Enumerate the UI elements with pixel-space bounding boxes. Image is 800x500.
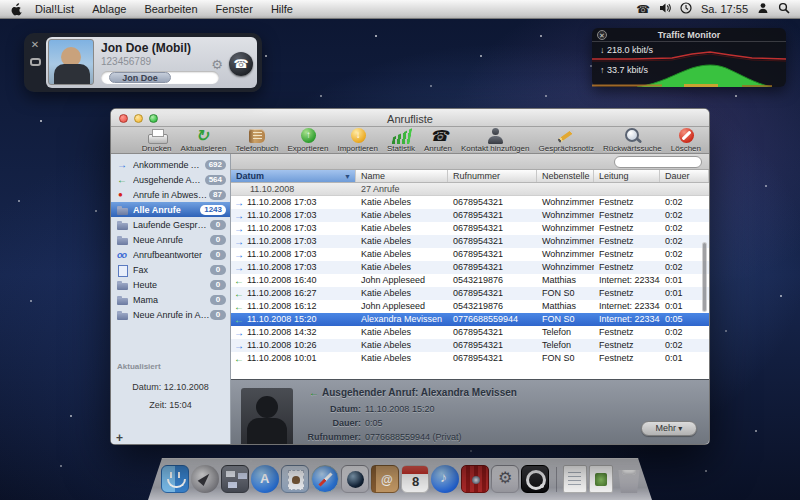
ical-dock-icon[interactable]	[401, 465, 429, 493]
window-titlebar[interactable]: Anrufliste	[111, 109, 709, 127]
phone-status-icon[interactable]: ☎	[636, 0, 650, 19]
facetime-dock-icon[interactable]	[341, 465, 369, 493]
menu-bar-clock[interactable]: Sa. 17:55	[701, 3, 748, 15]
delete-icon	[675, 128, 697, 144]
table-row[interactable]: 11.10.2008 16:12 John Appleseed 05432198…	[231, 300, 709, 313]
table-row[interactable]: 11.10.2008 17:03 Katie Abeles 0678954321…	[231, 196, 709, 209]
slider-thumb[interactable]: Jon Doe	[109, 72, 171, 83]
sidebar-item[interactable]: Neue Anrufe in Abwese... 0	[111, 307, 230, 322]
sidebar-item[interactable]: Anrufe in Abwesenheit 87	[111, 187, 230, 202]
sidebar-item[interactable]: Anrufbeantworter 0	[111, 247, 230, 262]
spotlight-icon[interactable]	[778, 2, 790, 16]
apple-menu-icon[interactable]	[10, 2, 23, 16]
call-line: Festnetz	[594, 339, 660, 352]
sidebar-item[interactable]: Heute 0	[111, 277, 230, 292]
trash-dock-icon[interactable]	[615, 465, 643, 493]
reverse-search-toolbar-button[interactable]: Rückwärtssuche	[603, 127, 662, 153]
mail-dock-icon[interactable]	[281, 465, 309, 493]
table-row[interactable]: 11.10.2008 17:03 Katie Abeles 0678954321…	[231, 222, 709, 235]
table-row[interactable]: 11.10.2008 17:03 Katie Abeles 0678954321…	[231, 209, 709, 222]
column-header[interactable]: Rufnummer	[448, 170, 537, 182]
delete-toolbar-button[interactable]: Löschen	[671, 127, 701, 153]
itunes-dock-icon[interactable]	[431, 465, 459, 493]
table-row[interactable]: 11.10.2008 10:01 Katie Abeles 0678954321…	[231, 352, 709, 365]
group-count: 27 Anrufe	[356, 183, 400, 195]
column-header[interactable]: Name	[356, 170, 448, 182]
export-toolbar-button[interactable]: Exportieren	[288, 127, 329, 153]
call-number: 0678954321	[448, 287, 537, 300]
table-row[interactable]: 11.10.2008 17:03 Katie Abeles 0678954321…	[231, 235, 709, 248]
note-toolbar-button[interactable]: Gesprächsnotiz	[538, 127, 594, 153]
menu-item[interactable]: Hilfe	[271, 3, 293, 15]
call-button[interactable]: ☎	[229, 52, 253, 76]
close-icon[interactable]: ✕	[597, 30, 607, 40]
launchpad-dock-icon[interactable]	[191, 465, 219, 493]
finder-dock-icon[interactable]	[161, 465, 189, 493]
search-input[interactable]	[614, 156, 702, 168]
volume-icon[interactable]	[659, 2, 671, 16]
table-row[interactable]: 11.10.2008 16:40 John Appleseed 05432198…	[231, 274, 709, 287]
sidebar-item[interactable]: Fax 0	[111, 262, 230, 277]
call-toolbar-button[interactable]: Anrufen	[424, 127, 452, 153]
call-datetime: 11.10.2008 16:12	[247, 300, 316, 313]
clock-icon[interactable]	[680, 2, 692, 16]
call-name: Katie Abeles	[356, 261, 448, 274]
column-header[interactable]: Leitung	[594, 170, 660, 182]
phonebook-toolbar-button[interactable]: Telefonbuch	[235, 127, 278, 153]
reverse-search-icon	[621, 128, 643, 144]
app-store-dock-icon[interactable]	[251, 465, 279, 493]
close-icon[interactable]: ✕	[31, 40, 39, 50]
address-book-dock-icon[interactable]	[371, 465, 399, 493]
refresh-toolbar-button[interactable]: Aktualisieren	[181, 127, 227, 153]
scrollbar-thumb[interactable]	[702, 242, 707, 312]
table-row[interactable]: 11.10.2008 10:26 Katie Abeles 0678954321…	[231, 339, 709, 352]
gear-icon[interactable]: ⚙	[211, 57, 223, 72]
more-button[interactable]: Mehr	[641, 421, 697, 436]
table-row[interactable]: 11.10.2008 16:27 Katie Abeles 0678954321…	[231, 287, 709, 300]
photo-booth-dock-icon[interactable]	[461, 465, 489, 493]
display-mode-icon[interactable]	[30, 58, 41, 66]
table-row[interactable]: 11.10.2008 15:20 Alexandra Mevissen 0776…	[231, 313, 709, 326]
table-row[interactable]: 11.10.2008 17:03 Katie Abeles 0678954321…	[231, 261, 709, 274]
minimize-window-button[interactable]	[134, 114, 143, 123]
menu-item[interactable]: Dial!List	[35, 3, 74, 15]
column-header[interactable]: Nebenstelle	[537, 170, 594, 182]
separator-dock-icon[interactable]	[551, 465, 561, 493]
detail-field-label: Datum:	[231, 402, 361, 416]
sidebar-item[interactable]: Ankommende Anrufe 692	[111, 157, 230, 172]
menu-item[interactable]: Ablage	[92, 3, 126, 15]
menu-item[interactable]: Fenster	[216, 3, 253, 15]
sidebar-item[interactable]: Neue Anrufe 0	[111, 232, 230, 247]
safari-dock-icon[interactable]	[311, 465, 339, 493]
group-row[interactable]: 11.10.2008 27 Anrufe	[231, 183, 709, 196]
call-extension: Wohnzimmer	[537, 261, 594, 274]
import-toolbar-button[interactable]: Importieren	[337, 127, 377, 153]
stats-toolbar-button[interactable]: Statistik	[387, 127, 415, 153]
column-header[interactable]: Datum	[231, 170, 356, 182]
call-duration: 0:02	[660, 339, 709, 352]
add-list-button[interactable]: +	[116, 431, 123, 445]
sidebar-item[interactable]: Alle Anrufe 1243	[111, 202, 230, 217]
zoom-window-button[interactable]	[149, 114, 158, 123]
table-row[interactable]: 11.10.2008 14:32 Katie Abeles 0678954321…	[231, 326, 709, 339]
call-number: 0678954321	[448, 196, 537, 209]
sidebar-item[interactable]: Laufende Gespräche 0	[111, 217, 230, 232]
diallist-dock-icon[interactable]	[521, 465, 549, 493]
column-header[interactable]: Dauer	[660, 170, 709, 182]
system-preferences-dock-icon[interactable]	[491, 465, 519, 493]
add-contact-toolbar-button[interactable]: Kontakt hinzufügen	[461, 127, 530, 153]
count-badge: 87	[209, 190, 226, 200]
close-window-button[interactable]	[119, 114, 128, 123]
contact-slider[interactable]: Jon Doe	[101, 71, 219, 84]
document-green-dock-icon[interactable]	[589, 465, 613, 493]
user-menu-icon[interactable]	[757, 2, 769, 16]
sidebar-item[interactable]: Mama 0	[111, 292, 230, 307]
call-datetime: 11.10.2008 16:40	[247, 274, 316, 287]
sidebar-item[interactable]: Ausgehende Anrufe 564	[111, 172, 230, 187]
print-toolbar-button[interactable]: Drucken	[142, 127, 172, 153]
document-text-dock-icon[interactable]	[563, 465, 587, 493]
menu-item[interactable]: Bearbeiten	[144, 3, 197, 15]
table-row[interactable]: 11.10.2008 17:03 Katie Abeles 0678954321…	[231, 248, 709, 261]
mission-control-dock-icon[interactable]	[221, 465, 249, 493]
detail-title: ←Ausgehender Anruf: Alexandra Mevissen	[309, 387, 517, 398]
